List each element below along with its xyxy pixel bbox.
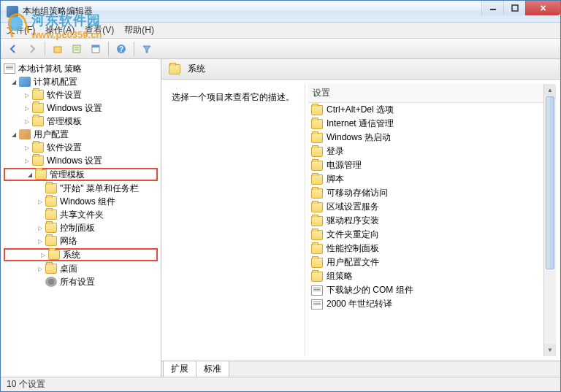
- expander-icon[interactable]: [23, 144, 31, 152]
- tree-label: "开始" 菜单和任务栏: [60, 182, 139, 195]
- folder-icon: [48, 250, 60, 260]
- folder-icon: [32, 116, 44, 126]
- list-item[interactable]: 文件夹重定向: [308, 228, 556, 242]
- folder-icon: [45, 183, 57, 193]
- tree-label: Windows 设置: [47, 102, 102, 115]
- expander-icon[interactable]: [36, 224, 44, 232]
- settings-list[interactable]: 设置 Ctrl+Alt+Del 选项Internet 通信管理Windows 热…: [305, 84, 556, 356]
- document-icon: [311, 299, 323, 310]
- expander-icon[interactable]: [36, 198, 44, 206]
- scroll-up-button[interactable]: ▲: [544, 84, 556, 96]
- expander-icon[interactable]: [9, 131, 18, 139]
- scroll-thumb[interactable]: [546, 96, 554, 269]
- tree-cc-windows[interactable]: Windows 设置: [2, 101, 159, 115]
- list-item[interactable]: Internet 通信管理: [308, 117, 556, 131]
- expander-icon[interactable]: [23, 118, 31, 126]
- list-item[interactable]: 区域设置服务: [308, 200, 556, 214]
- titlebar[interactable]: 本地组策略编辑器 ×: [1, 1, 560, 23]
- expander-icon[interactable]: [9, 78, 18, 86]
- gear-icon: [45, 277, 57, 287]
- tree-all-settings[interactable]: 所有设置: [2, 275, 159, 288]
- tab-standard[interactable]: 标准: [196, 361, 229, 377]
- list-column-header[interactable]: 设置: [308, 84, 556, 103]
- folder-icon: [45, 264, 57, 274]
- folder-icon: [169, 64, 180, 74]
- expander-icon[interactable]: [36, 265, 44, 273]
- list-item[interactable]: Ctrl+Alt+Del 选项: [308, 103, 556, 117]
- tool-filter-button[interactable]: [139, 41, 155, 57]
- scroll-down-button[interactable]: ▼: [544, 344, 556, 356]
- folder-icon: [45, 223, 57, 233]
- list-item[interactable]: 脚本: [308, 172, 556, 186]
- list-item[interactable]: 性能控制面板: [308, 242, 556, 255]
- tree-uc-windows[interactable]: Windows 设置: [2, 154, 159, 167]
- list-item-label: 下载缺少的 COM 组件: [327, 284, 413, 296]
- tree-label: 用户配置: [34, 128, 69, 141]
- forward-button[interactable]: [24, 41, 40, 57]
- scroll-track[interactable]: [544, 96, 556, 344]
- close-button[interactable]: ×: [525, 1, 560, 15]
- tool-up-button[interactable]: [50, 41, 66, 57]
- tab-extended[interactable]: 扩展: [163, 361, 196, 377]
- expander-icon[interactable]: [23, 104, 31, 112]
- tree-label: 本地计算机 策略: [18, 63, 82, 75]
- tree-computer-config[interactable]: 计算机配置: [2, 75, 159, 88]
- toolbar-separator: [45, 42, 45, 56]
- menu-view[interactable]: 查看(V): [85, 24, 114, 36]
- tree-label: Windows 设置: [47, 155, 102, 167]
- back-button[interactable]: [5, 41, 21, 57]
- list-item[interactable]: 登录: [308, 145, 556, 158]
- list-item[interactable]: 用户配置文件: [308, 255, 556, 269]
- tree-start-menu[interactable]: "开始" 菜单和任务栏: [2, 182, 159, 195]
- tool-list-button[interactable]: [69, 41, 85, 57]
- tree-root[interactable]: 本地计算机 策略: [2, 62, 159, 75]
- folder-icon: [45, 236, 57, 246]
- expander-icon[interactable]: [36, 237, 44, 245]
- tree-control-panel[interactable]: 控制面板: [2, 221, 159, 234]
- list-item[interactable]: 可移动存储访问: [308, 186, 556, 200]
- svg-rect-1: [512, 5, 518, 11]
- tree-panel[interactable]: 本地计算机 策略 计算机配置 软件设置 Windows 设置 管理模板: [1, 59, 161, 377]
- tree-shared-folders[interactable]: 共享文件夹: [2, 208, 159, 221]
- folder-icon: [311, 119, 323, 129]
- tree-desktop[interactable]: 桌面: [2, 262, 159, 275]
- expander-icon[interactable]: [23, 157, 31, 165]
- toolbar-separator: [134, 42, 134, 56]
- tree-network[interactable]: 网络: [2, 234, 159, 247]
- expander-icon[interactable]: [39, 251, 47, 259]
- list-item-label: 用户配置文件: [327, 256, 379, 269]
- expander-icon[interactable]: [26, 171, 34, 179]
- app-window: 本地组策略编辑器 × 河东软件园 www.pc0359.cn 文件(F) 操作(…: [0, 0, 561, 392]
- list-item[interactable]: 2000 年世纪转译: [308, 297, 556, 311]
- menu-help[interactable]: 帮助(H): [124, 24, 154, 36]
- folder-icon: [32, 142, 44, 153]
- svg-rect-3: [73, 45, 80, 53]
- minimize-button[interactable]: [481, 1, 503, 15]
- list-item[interactable]: 电源管理: [308, 158, 556, 172]
- tree-system-highlighted[interactable]: 系统: [4, 248, 158, 261]
- list-item[interactable]: Windows 热启动: [308, 131, 556, 145]
- menu-action[interactable]: 操作(A): [45, 24, 75, 36]
- list-item[interactable]: 驱动程序安装: [308, 214, 556, 228]
- menu-file[interactable]: 文件(F): [7, 24, 35, 36]
- svg-text:?: ?: [119, 45, 123, 53]
- folder-icon: [32, 155, 44, 166]
- tree-user-config[interactable]: 用户配置: [2, 128, 159, 141]
- toolbar: ?: [1, 39, 560, 59]
- list-item[interactable]: 组策略: [308, 269, 556, 283]
- tree-uc-software[interactable]: 软件设置: [2, 141, 159, 154]
- tool-help-button[interactable]: ?: [113, 41, 129, 57]
- tree-cc-admin[interactable]: 管理模板: [2, 115, 159, 128]
- vertical-scrollbar[interactable]: ▲ ▼: [543, 84, 556, 356]
- tool-properties-button[interactable]: [88, 41, 104, 57]
- list-item-label: 驱动程序安装: [327, 215, 379, 227]
- list-item-label: 2000 年世纪转译: [327, 298, 392, 310]
- tree-label: 网络: [60, 235, 77, 247]
- tree-uc-admin-highlighted[interactable]: 管理模板: [4, 168, 158, 181]
- expander-icon[interactable]: [23, 91, 31, 99]
- folder-icon: [311, 244, 323, 254]
- tree-win-components[interactable]: Windows 组件: [2, 195, 159, 208]
- maximize-button[interactable]: [503, 1, 525, 15]
- tree-cc-software[interactable]: 软件设置: [2, 88, 159, 101]
- list-item[interactable]: 下载缺少的 COM 组件: [308, 283, 556, 297]
